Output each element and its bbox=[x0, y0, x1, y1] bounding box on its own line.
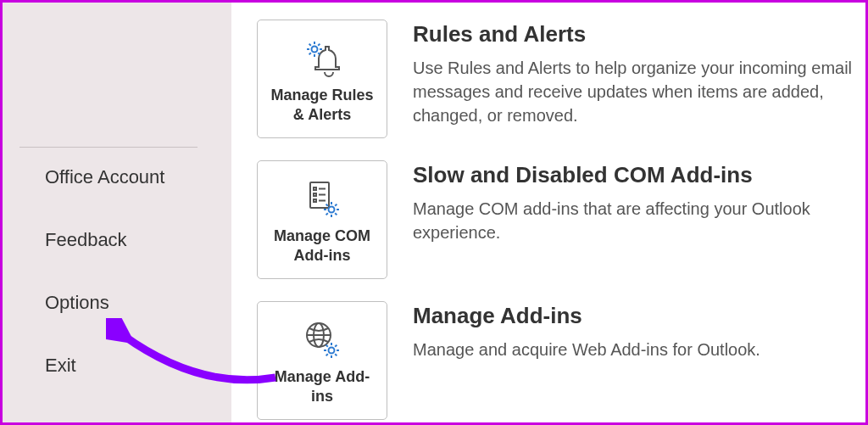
svg-rect-14 bbox=[314, 199, 316, 202]
sidebar-item-exit[interactable]: Exit bbox=[45, 355, 231, 377]
globe-gear-icon bbox=[303, 318, 342, 361]
gear-bell-icon bbox=[300, 36, 344, 79]
sidebar: Office Account Feedback Options Exit bbox=[3, 3, 231, 422]
section-title: Manage Add-ins bbox=[413, 303, 760, 329]
section-title: Slow and Disabled COM Add-ins bbox=[413, 162, 865, 188]
svg-line-21 bbox=[326, 204, 328, 205]
sidebar-item-feedback[interactable]: Feedback bbox=[45, 229, 231, 251]
document-gear-icon bbox=[303, 177, 342, 220]
svg-line-22 bbox=[335, 213, 337, 215]
svg-point-0 bbox=[312, 46, 318, 52]
main-content: Manage Rules & Alerts Rules and Alerts U… bbox=[231, 3, 865, 422]
sidebar-item-office-account[interactable]: Office Account bbox=[45, 166, 231, 188]
tile-label: Manage Add-ins bbox=[264, 367, 380, 407]
svg-line-34 bbox=[335, 354, 337, 355]
tile-label: Manage Rules & Alerts bbox=[264, 86, 380, 126]
row-com-addins: Manage COM Add-ins Slow and Disabled COM… bbox=[257, 160, 865, 279]
sidebar-item-label: Office Account bbox=[45, 166, 164, 187]
svg-line-8 bbox=[318, 43, 320, 45]
section-title: Rules and Alerts bbox=[413, 21, 865, 48]
rules-alerts-description: Rules and Alerts Use Rules and Alerts to… bbox=[413, 20, 865, 127]
section-text: Use Rules and Alerts to help organize yo… bbox=[413, 56, 865, 127]
app-frame: Office Account Feedback Options Exit bbox=[0, 0, 868, 425]
svg-rect-12 bbox=[314, 193, 316, 196]
section-text: Manage COM add-ins that are affecting yo… bbox=[413, 197, 865, 244]
tile-label: Manage COM Add-ins bbox=[264, 226, 380, 266]
svg-point-28 bbox=[329, 347, 335, 353]
svg-line-23 bbox=[326, 213, 328, 215]
svg-point-16 bbox=[329, 206, 335, 212]
manage-rules-alerts-button[interactable]: Manage Rules & Alerts bbox=[257, 20, 387, 138]
row-manage-addins: Manage Add-ins Manage Add-ins Manage and… bbox=[257, 301, 865, 420]
sidebar-item-options[interactable]: Options bbox=[45, 292, 231, 314]
manage-addins-button[interactable]: Manage Add-ins bbox=[257, 301, 387, 420]
sidebar-item-label: Exit bbox=[45, 355, 76, 376]
svg-line-24 bbox=[335, 204, 337, 205]
com-addins-description: Slow and Disabled COM Add-ins Manage COM… bbox=[413, 160, 865, 244]
sidebar-item-label: Feedback bbox=[45, 229, 127, 250]
sidebar-divider bbox=[19, 147, 198, 148]
manage-addins-description: Manage Add-ins Manage and acquire Web Ad… bbox=[413, 301, 760, 361]
svg-line-7 bbox=[309, 53, 311, 54]
row-rules-alerts: Manage Rules & Alerts Rules and Alerts U… bbox=[257, 20, 865, 138]
svg-rect-10 bbox=[314, 187, 316, 190]
manage-com-addins-button[interactable]: Manage COM Add-ins bbox=[257, 160, 387, 279]
sidebar-item-label: Options bbox=[45, 292, 109, 313]
svg-line-33 bbox=[326, 344, 328, 346]
svg-line-5 bbox=[309, 43, 311, 45]
section-text: Manage and acquire Web Add-ins for Outlo… bbox=[413, 338, 760, 361]
svg-line-35 bbox=[326, 354, 328, 355]
svg-line-36 bbox=[335, 344, 337, 346]
